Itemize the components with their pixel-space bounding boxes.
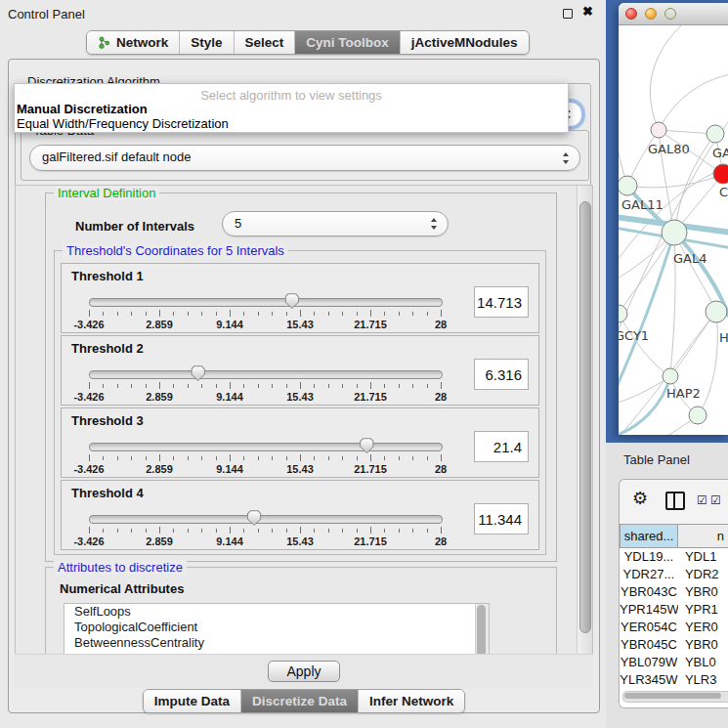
bottom-tab-segments: Impute DataDiscretize DataInfer Network [143, 689, 465, 713]
network-edge[interactable] [619, 233, 674, 314]
node-label: GCY1 [619, 328, 649, 343]
slider-tick-labels: -3.4262.8599.14415.4321.71528 [89, 391, 441, 403]
table-cell: YDL1 [678, 548, 728, 566]
threshold-1-box: Threshold 1-3.4262.8599.14415.4321.71528 [61, 263, 539, 333]
network-edge[interactable] [619, 84, 627, 186]
table-row[interactable]: YBR045CYBR0 [620, 636, 728, 654]
attributes-group-title: Attributes to discretize [54, 560, 187, 575]
interval-definition-group-title: Interval Definition [54, 186, 159, 200]
checkbox-checked-icon[interactable]: ☑ [697, 494, 707, 506]
tab-style[interactable]: Style [179, 31, 233, 54]
settings-scroll-pane: Interval Definition Number of Intervals … [15, 185, 593, 656]
network-edge[interactable] [627, 174, 723, 188]
tab-infer-network[interactable]: Infer Network [358, 690, 464, 712]
threshold-3-value-field[interactable] [474, 431, 529, 462]
desktop-background: GAL80GACGAL11GAL4GCY1HHAP2 [606, 0, 728, 443]
table-row[interactable]: YER054CYER0 [620, 619, 728, 636]
slider-track[interactable] [89, 515, 443, 524]
table-row[interactable]: YDR27...YDR2 [620, 566, 728, 583]
tab-network[interactable]: Network [87, 31, 179, 54]
network-node-c[interactable] [713, 164, 728, 184]
threshold-1-label: Threshold 1 [71, 269, 144, 283]
algorithm-option-manual[interactable]: Manual Discretization [17, 102, 148, 116]
tab-cyni-toolbox[interactable]: Cyni Toolbox [294, 31, 400, 54]
table-row[interactable]: YLR345WYLR3 [620, 671, 728, 689]
network-node-ga[interactable] [707, 125, 724, 143]
network-node-gcy1[interactable] [619, 305, 627, 322]
close-icon[interactable]: ✖ [582, 5, 593, 19]
float-window-icon[interactable] [563, 9, 573, 19]
apply-button[interactable]: Apply [268, 661, 339, 682]
network-canvas[interactable]: GAL80GACGAL11GAL4GCY1HHAP2 [619, 25, 728, 435]
network-node-gal11[interactable] [619, 176, 637, 195]
apply-bar: Apply [15, 654, 593, 688]
split-columns-icon[interactable] [665, 492, 685, 510]
list-scrollbar[interactable] [475, 604, 489, 656]
list-scrollbar-thumb[interactable] [477, 605, 486, 656]
horizontal-scrollbar-thumb[interactable] [624, 693, 721, 699]
algorithm-dropdown-popup: Select algorithm to view settings Manual… [14, 83, 569, 133]
slider-tick-labels: -3.4262.8599.14415.4321.71528 [89, 535, 441, 547]
network-node[interactable] [689, 407, 707, 424]
slider-track[interactable] [89, 298, 443, 307]
threshold-4-value-field[interactable] [474, 503, 529, 535]
table-cell: YBR045C [620, 636, 678, 654]
attribute-item-selfloops[interactable]: SelfLoops [64, 604, 489, 620]
table-row[interactable]: YDL19...YDL1 [620, 548, 728, 566]
interval-definition-group: Interval Definition Number of Intervals … [45, 193, 557, 562]
vertical-scrollbar-thumb[interactable] [579, 201, 591, 633]
panel-title: Control Panel [8, 7, 85, 21]
tab-impute-data[interactable]: Impute Data [144, 690, 240, 712]
tab-select[interactable]: Select [234, 31, 295, 54]
gear-icon[interactable]: ⚙ [632, 490, 648, 507]
zoom-window-icon[interactable] [664, 8, 676, 20]
network-node-hap2[interactable] [663, 368, 678, 384]
slider-ticks [89, 310, 441, 318]
close-window-icon[interactable] [625, 8, 637, 20]
column-header-1[interactable]: shared... [620, 524, 678, 548]
table-cell: YDR27... [620, 566, 678, 583]
slider-track[interactable] [89, 443, 443, 451]
network-edge[interactable] [659, 74, 728, 130]
horizontal-scrollbar[interactable] [622, 691, 728, 703]
threshold-3-slider[interactable]: -3.4262.8599.14415.4321.71528 [89, 438, 441, 475]
threshold-2-value-field[interactable] [474, 359, 529, 390]
algorithm-option-equal-width[interactable]: Equal Width/Frequency Discretization [17, 116, 229, 131]
numerical-attributes-list[interactable]: SelfLoopsTopologicalCoefficientBetweenne… [64, 603, 490, 656]
threshold-4-label: Threshold 4 [71, 486, 144, 500]
num-intervals-combo[interactable]: 5 [222, 211, 449, 236]
thresholds-group: Threshold's Coordinates for 5 Intervals … [54, 250, 546, 555]
network-node-gal80[interactable] [651, 122, 666, 138]
combo-spinner-icon [563, 152, 570, 164]
attribute-item-betweennesscentrality[interactable]: BetweennessCentrality [64, 635, 489, 651]
network-node-h[interactable] [706, 301, 727, 322]
checkbox-checked-icon[interactable]: ☑ [710, 494, 721, 506]
node-label: GAL11 [621, 197, 664, 212]
network-edge[interactable] [698, 312, 717, 415]
threshold-2-slider[interactable]: -3.4262.8599.14415.4321.71528 [89, 365, 441, 403]
minimize-window-icon[interactable] [645, 8, 657, 20]
table-row[interactable]: YBL079WYBL0 [620, 654, 728, 671]
threshold-4-slider[interactable]: -3.4262.8599.14415.4321.71528 [89, 510, 441, 547]
network-window-titlebar[interactable] [619, 3, 728, 25]
table-row[interactable]: YBR043CYBR0 [620, 583, 728, 601]
network-edge[interactable] [670, 312, 716, 376]
table-data-combo[interactable]: galFiltered.sif default node [29, 145, 580, 171]
table-cell: YDL19... [620, 548, 678, 566]
vertical-scrollbar[interactable] [577, 186, 592, 655]
network-node-gal4[interactable] [662, 220, 687, 245]
network-edge[interactable] [619, 376, 670, 405]
table-cell: YBL079W [620, 654, 678, 671]
tab-discretize-data[interactable]: Discretize Data [240, 690, 358, 712]
slider-track[interactable] [89, 370, 443, 379]
network-edge[interactable] [628, 415, 698, 435]
node-label: C [719, 185, 728, 199]
threshold-1-slider[interactable]: -3.4262.8599.14415.4321.71528 [89, 293, 441, 330]
column-header-2[interactable]: n [678, 524, 728, 548]
threshold-1-value-field[interactable] [474, 286, 529, 318]
table-data-combo-value: galFiltered.sif default node [42, 146, 191, 169]
table-row[interactable]: YPR145WYPR1 [620, 601, 728, 619]
tab-jactivemnodules[interactable]: jActiveMNodules [400, 31, 529, 54]
table-cell: YPR145W [620, 601, 678, 619]
attribute-item-topologicalcoefficient[interactable]: TopologicalCoefficient [64, 620, 489, 635]
